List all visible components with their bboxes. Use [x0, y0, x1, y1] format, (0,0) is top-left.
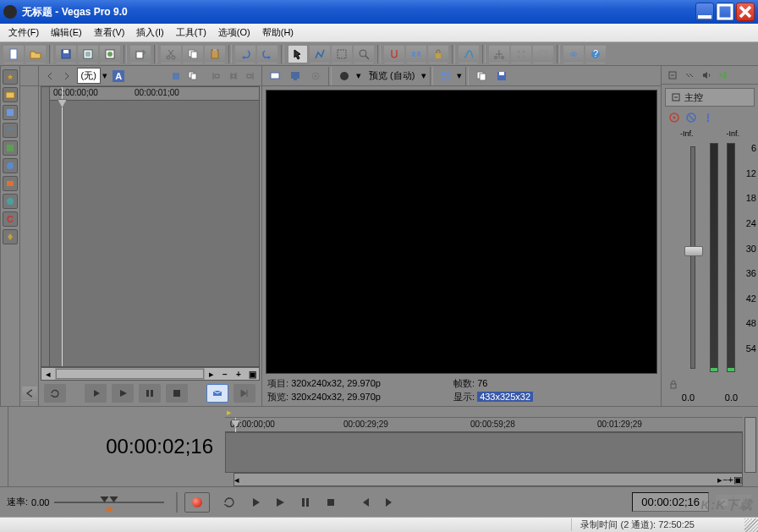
preview-save-icon[interactable]	[492, 68, 511, 85]
align-both-icon[interactable]	[226, 68, 241, 85]
stop-button[interactable]	[166, 384, 188, 403]
master-fx-icon[interactable]	[716, 68, 731, 83]
align-left-icon[interactable]	[208, 68, 223, 85]
transport-timecode[interactable]: 00:00:02;16	[632, 492, 709, 512]
preview-quality-icon[interactable]	[335, 68, 354, 85]
menu-edit[interactable]: 编辑(E)	[46, 25, 87, 41]
strip-btn-9[interactable]: C	[3, 211, 18, 227]
track-hscroll[interactable]: ◂ ▸ − + ▣	[41, 367, 260, 381]
strip-btn-5[interactable]	[3, 140, 18, 156]
maximize-button[interactable]	[716, 3, 734, 21]
crossfade-button[interactable]	[459, 45, 479, 63]
cut-button[interactable]	[161, 45, 181, 63]
properties-button[interactable]	[78, 45, 98, 63]
loop-button[interactable]	[44, 384, 66, 403]
marker-button[interactable]	[533, 45, 553, 63]
strip-btn-7[interactable]	[3, 176, 18, 191]
align-right-icon[interactable]	[243, 68, 258, 85]
help-button[interactable]: ?	[585, 45, 606, 63]
main-hscroll[interactable]: ◂▸ −+▣	[233, 473, 743, 486]
strip-btn-8[interactable]	[3, 194, 18, 209]
go-start-button[interactable]	[353, 492, 376, 513]
master-out-icon[interactable]	[665, 68, 680, 83]
lock-envelopes-button[interactable]	[428, 45, 448, 63]
strip-btn-2[interactable]	[3, 87, 18, 102]
pattern-button[interactable]	[511, 45, 531, 63]
rate-slider[interactable]	[54, 496, 164, 508]
zoom-in-button[interactable]: +	[232, 368, 245, 380]
solo-icon[interactable]	[702, 112, 714, 123]
track-timeline[interactable]: 00:00:00;00 00:00:01;00	[41, 86, 260, 367]
selection-tool[interactable]	[332, 45, 352, 63]
open-button[interactable]	[25, 45, 46, 63]
play-start-button[interactable]	[85, 384, 107, 403]
mute-icon[interactable]	[685, 112, 697, 123]
go-end-button[interactable]	[378, 492, 402, 513]
save-button[interactable]	[56, 45, 76, 63]
preview-quality-label[interactable]: 预览 (自动)	[364, 68, 420, 84]
strip-btn-6[interactable]	[3, 158, 18, 173]
loop-play-button[interactable]	[217, 492, 241, 513]
undo-button[interactable]	[235, 45, 255, 63]
close-button[interactable]	[736, 3, 755, 21]
menu-help[interactable]: 帮助(H)	[257, 25, 299, 41]
import-button[interactable]	[130, 45, 151, 63]
new-button[interactable]	[3, 45, 24, 63]
pause-button[interactable]	[139, 384, 161, 403]
menu-file[interactable]: 文件(F)	[3, 25, 44, 41]
menu-tools[interactable]: 工具(T)	[171, 25, 211, 41]
envelope-tool[interactable]	[310, 45, 330, 63]
copy-snap-icon[interactable]	[185, 68, 200, 85]
master-link-icon[interactable]	[682, 68, 697, 83]
main-vscroll[interactable]	[744, 417, 756, 473]
minimize-button[interactable]	[695, 3, 714, 21]
level-dropdown[interactable]: (无)	[77, 68, 101, 84]
preview-grid-icon[interactable]	[437, 68, 455, 85]
master-speaker-icon[interactable]	[699, 68, 714, 83]
menu-options[interactable]: 选项(O)	[213, 25, 255, 41]
strip-btn-4[interactable]	[3, 123, 18, 138]
gear-icon[interactable]	[668, 112, 680, 123]
preview-button[interactable]	[563, 45, 584, 63]
copy-button[interactable]	[183, 45, 203, 63]
master-fader[interactable]	[690, 146, 695, 369]
zoom-fit-button[interactable]: ▣	[245, 368, 259, 380]
lock-icon[interactable]	[668, 380, 678, 390]
redo-button[interactable]	[257, 45, 277, 63]
scroll-left-icon[interactable]: ◂	[41, 368, 55, 380]
transport-stop-button[interactable]	[319, 492, 343, 513]
preview-ext-icon[interactable]	[306, 68, 325, 85]
resize-grip[interactable]	[744, 518, 758, 532]
main-timeline[interactable]: ▸ 00:00:00;00 00:00:29;29 00:00:59;28 00…	[225, 407, 743, 486]
save-snap-icon[interactable]	[168, 68, 184, 85]
link-icon[interactable]	[146, 68, 161, 85]
snap-button[interactable]	[384, 45, 404, 63]
normal-edit-tool[interactable]	[288, 45, 308, 63]
preview-viewport[interactable]	[266, 90, 657, 374]
play-button[interactable]	[112, 384, 134, 403]
next-button[interactable]	[233, 384, 255, 403]
menu-insert[interactable]: 插入(I)	[131, 25, 168, 41]
loop-region-button[interactable]	[206, 384, 228, 403]
zoom-tool[interactable]	[354, 45, 374, 63]
strip-btn-3[interactable]	[3, 105, 18, 120]
play-from-start-button[interactable]	[243, 492, 266, 513]
auto-ripple-button[interactable]	[406, 45, 426, 63]
track-nav-left[interactable]	[42, 68, 58, 85]
transport-pause-button[interactable]	[294, 492, 317, 513]
main-timecode[interactable]: 00:00:02;16	[8, 407, 225, 486]
track-nav-right[interactable]	[59, 68, 74, 85]
preview-device-icon[interactable]	[266, 68, 284, 85]
fx-icon[interactable]	[128, 68, 143, 85]
preview-copy-icon[interactable]	[472, 68, 491, 85]
text-tool-icon[interactable]: A	[111, 68, 126, 85]
auto-cut-button[interactable]	[489, 45, 509, 63]
preview-monitor-icon[interactable]	[286, 68, 305, 85]
scroll-right-icon[interactable]: ▸	[205, 368, 218, 380]
playhead-caret[interactable]	[58, 99, 67, 107]
menu-view[interactable]: 查看(V)	[89, 25, 130, 41]
strip-btn-10[interactable]	[3, 229, 18, 244]
paste-button[interactable]	[205, 45, 225, 63]
zoom-out-button[interactable]: −	[218, 368, 232, 380]
nav-prev[interactable]	[22, 386, 37, 401]
